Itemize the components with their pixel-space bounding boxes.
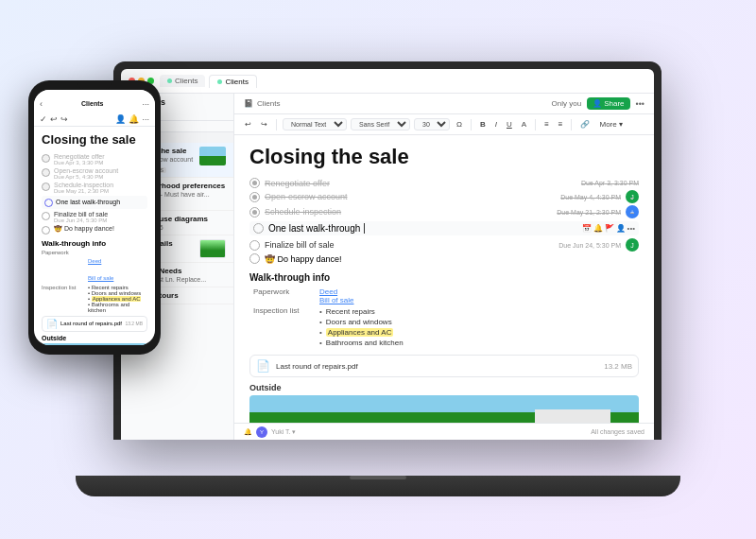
task-checkbox[interactable] [249, 207, 260, 217]
phone-inspection-row: Inspection list • Recent repairs • Doors… [42, 285, 147, 313]
task-finalize: Finalize bill of sale Due Jun 24, 5:30 P… [249, 237, 639, 252]
info-table: Paperwork Deed Bill of sale Inspection l… [249, 287, 639, 349]
phone-bullet-item: • Bathrooms and kitchen [88, 302, 147, 313]
person-icon: 👤 [115, 114, 126, 124]
phone-task-active: One last walk-through [42, 196, 147, 209]
laptop-body: Clients Clients All Notes [113, 61, 662, 440]
phone-attachment-size: 13.2 MB [125, 321, 143, 326]
task-badge: + [626, 205, 639, 218]
note-body: Closing the sale Renegotiate offer Due A… [234, 135, 654, 423]
redo-button[interactable]: ↪ [258, 119, 270, 130]
phone-attachment-icon: 📄 [46, 319, 58, 329]
phone-back-icon[interactable]: ‹ [40, 99, 43, 109]
walk-section-title: Walk-through info [249, 272, 639, 283]
tab-clients-2[interactable]: Clients [209, 75, 256, 88]
task-happy-dance: 🤠 Do happy dance! [249, 252, 639, 265]
redo-icon[interactable]: ↪ [60, 114, 68, 124]
phone-task-text: Open-escrow account [54, 167, 118, 174]
font-select[interactable]: Sans Serif [351, 118, 410, 130]
check-icon[interactable]: ✓ [40, 114, 47, 124]
bullet-doors: •Doors and windows [319, 317, 635, 327]
toolbar-separator [535, 119, 536, 130]
bell-icon[interactable]: 🔔 [593, 224, 603, 233]
toolbar-separator [571, 119, 572, 130]
bullet-list-button[interactable]: ≡ [541, 119, 552, 130]
phone-task-text: Renegotiate offer [54, 153, 105, 160]
tab-clients-1[interactable]: Clients [160, 75, 205, 87]
person-icon[interactable]: 👤 [616, 224, 626, 233]
phone-inspection-label: Inspection list [42, 285, 84, 313]
underline-button[interactable]: U [504, 119, 515, 130]
more-icon[interactable]: ··· [142, 114, 149, 124]
phone-task-text: 🤠 Do happy dance! [54, 225, 114, 233]
numbered-list-button[interactable]: ≡ [556, 119, 566, 130]
phone-screen: ‹ Clients ··· ✓ ↩ ↪ 👤 🔔 ··· Closing the … [34, 90, 155, 345]
phone-deed-link[interactable]: Deed [88, 258, 101, 264]
task-list: Renegotiate offer Due Apr 3, 3:30 PM Ope… [249, 177, 639, 265]
share-button[interactable]: 👤 Share [587, 97, 629, 110]
window-top-bar: Clients Clients [121, 69, 654, 94]
font-color-button[interactable]: A [519, 119, 529, 130]
more-format-button[interactable]: More ▾ [596, 119, 625, 130]
task-escrow: Open-escrow account Due May 4, 4:30 PM J [249, 189, 639, 204]
text-style-select[interactable]: Normal Text [283, 118, 347, 130]
more-options-icon[interactable]: ••• [636, 99, 644, 109]
laptop-screen: Clients Clients All Notes [121, 69, 654, 440]
phone-task-due: Due May 21, 2:30 PM [54, 188, 113, 194]
task-text: Schedule-inspection [265, 207, 341, 217]
laptop-base [76, 476, 680, 496]
phone-task-checkbox[interactable] [42, 226, 50, 235]
bullet-icon: • [319, 307, 322, 316]
house-shape [535, 409, 610, 423]
phone-task-checkbox[interactable] [42, 212, 50, 220]
phone-notch [78, 83, 112, 89]
phone-task-checkbox[interactable] [42, 183, 50, 191]
task-text: Finalize bill of sale [265, 240, 335, 250]
deed-link[interactable]: Deed [319, 287, 337, 296]
phone-attachment: 📄 Last round of repairs.pdf 13.2 MB [42, 316, 147, 332]
bill-link[interactable]: Bill of sale [319, 296, 353, 304]
phone-bill-link[interactable]: Bill of sale [88, 275, 113, 281]
task-checkbox[interactable] [253, 223, 264, 234]
omega-button[interactable]: Ω [454, 119, 465, 130]
phone-highlight: Appliances and AC [92, 296, 142, 302]
undo-icon[interactable]: ↩ [50, 114, 58, 124]
size-select[interactable]: 30 [414, 118, 450, 130]
italic-button[interactable]: I [492, 119, 500, 130]
more-icon[interactable]: ••• [627, 224, 635, 233]
phone-task-checkbox[interactable] [42, 154, 50, 163]
phone-paperwork-row: Paperwork Deed Bill of sale [42, 250, 147, 284]
tab-bar: Clients Clients [160, 75, 646, 88]
phone-task-due: Due Apr 5, 4:30 PM [54, 174, 118, 180]
bold-button[interactable]: B [477, 119, 489, 130]
task-checkbox[interactable] [249, 178, 260, 188]
phone-task-checkbox[interactable] [42, 168, 50, 177]
task-badge: J [626, 238, 639, 252]
phone-walk-title: Walk-through info [42, 239, 147, 248]
share-icon: 👤 [593, 99, 602, 108]
task-checkbox[interactable] [249, 240, 260, 251]
avatar: Y [256, 426, 267, 438]
phone-bullet-item: • Doors and windows [88, 290, 147, 296]
phone-task-item: Schedule-inspection Due May 21, 2:30 PM [42, 181, 147, 195]
phone-topbar: ‹ Clients ··· [34, 90, 155, 113]
link-button[interactable]: 🔗 [577, 119, 593, 130]
calendar-icon[interactable]: 📅 [582, 224, 592, 233]
task-icons: 📅 🔔 🚩 👤 ••• [582, 224, 635, 233]
phone-bullet-item: • Appliances and AC [88, 296, 147, 302]
phone-note-title: Closing the sale [42, 132, 147, 148]
task-checkbox[interactable] [249, 192, 260, 202]
bell-icon: 🔔 [244, 428, 252, 436]
flag-icon[interactable]: 🚩 [605, 224, 614, 233]
toolbar-separator [276, 119, 277, 130]
task-checkbox[interactable] [249, 253, 260, 264]
phone-menu-icon[interactable]: ··· [142, 99, 149, 109]
note-title: Closing the sale [249, 145, 639, 169]
phone-task-text: Finalize bill of sale [54, 211, 108, 217]
phone-task-item: 🤠 Do happy dance! [42, 224, 147, 235]
phone-task-checkbox[interactable] [44, 199, 53, 207]
phone-paperwork-label: Paperwork [42, 250, 84, 284]
undo-button[interactable]: ↩ [242, 119, 254, 130]
inspection-value: •Recent repairs •Doors and windows •Appl… [316, 305, 639, 349]
phone-task-due: Due Apr 3, 3:30 PM [54, 160, 105, 165]
